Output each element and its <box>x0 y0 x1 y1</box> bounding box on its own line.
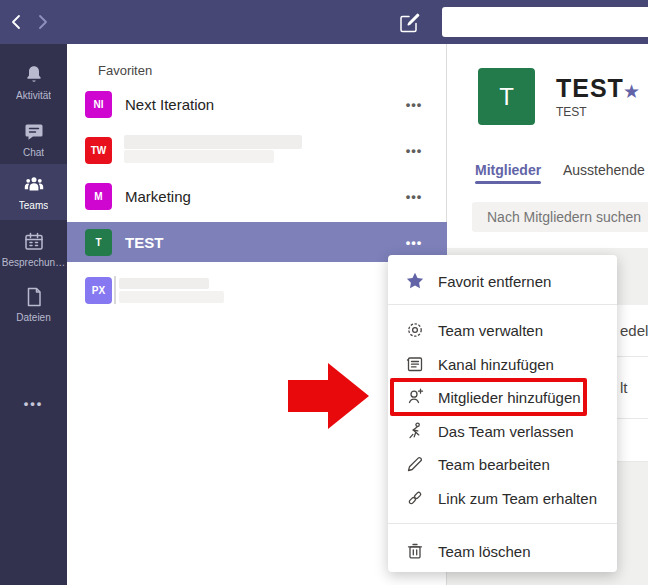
favorites-header: Favoriten <box>98 63 152 78</box>
sidebar-item-meetings[interactable]: Besprechun… <box>0 222 67 276</box>
menu-item-label: Link zum Team erhalten <box>438 490 597 507</box>
link-icon <box>405 488 425 508</box>
back-icon[interactable] <box>8 13 26 31</box>
redacted-team-name <box>119 278 209 289</box>
menu-item-get-link[interactable]: Link zum Team erhalten <box>388 481 617 515</box>
menu-item-label: Team löschen <box>438 543 531 560</box>
sidebar-item-label: Teams <box>19 200 48 211</box>
team-row-marketing[interactable]: M Marketing ••• <box>67 176 447 216</box>
menu-item-label: Favorit entfernen <box>438 273 551 290</box>
member-name-fragment: edel <box>620 322 648 339</box>
redacted-team-name <box>114 276 116 304</box>
team-name: Marketing <box>125 188 191 205</box>
sidebar-item-files[interactable]: Dateien <box>0 276 67 332</box>
channel-icon <box>405 354 425 374</box>
sidebar-item-label: Chat <box>23 147 44 158</box>
person-add-icon <box>405 387 425 407</box>
team-options-button[interactable]: ••• <box>400 235 428 250</box>
sidebar-item-label: Dateien <box>16 312 50 323</box>
tab-members[interactable]: Mitglieder <box>475 162 541 178</box>
team-options-button[interactable]: ••• <box>400 143 428 158</box>
team-context-menu: Favorit entfernen Team verwalten Kanal h… <box>388 255 617 572</box>
forward-icon[interactable] <box>33 13 51 31</box>
redacted-team-name <box>119 291 224 303</box>
team-subtitle: TEST <box>556 105 587 119</box>
sidebar-item-teams[interactable]: Teams <box>0 164 67 220</box>
team-avatar: NI <box>85 91 112 118</box>
team-avatar: TW <box>85 137 112 164</box>
member-name-fragment: lt <box>620 379 628 396</box>
sidebar-item-label: Besprechun… <box>2 257 65 268</box>
app-rail: Aktivität Chat Teams Besprechun… <box>0 44 67 585</box>
team-avatar: T <box>85 229 112 256</box>
tab-pending[interactable]: Ausstehende <box>563 162 645 178</box>
menu-item-remove-favorite[interactable]: Favorit entfernen <box>388 264 617 298</box>
member-search-input[interactable] <box>472 202 648 232</box>
tab-active-underline <box>475 181 541 184</box>
search-input[interactable] <box>442 7 648 37</box>
trash-icon <box>405 541 425 561</box>
menu-divider <box>388 523 617 524</box>
menu-item-add-members[interactable]: Mitglieder hinzufügen <box>388 380 617 414</box>
menu-item-manage-team[interactable]: Team verwalten <box>388 313 617 347</box>
menu-divider <box>388 304 617 305</box>
menu-item-label: Team verwalten <box>438 322 543 339</box>
chat-icon <box>22 120 46 144</box>
team-hero-avatar: T <box>478 68 535 125</box>
team-name: TEST <box>125 234 163 251</box>
bell-icon <box>22 63 46 87</box>
page-title: TEST <box>556 74 624 103</box>
sidebar-item-chat[interactable]: Chat <box>0 112 67 166</box>
pencil-icon <box>405 454 425 474</box>
menu-item-label: Mitglieder hinzufügen <box>438 389 581 406</box>
menu-item-delete-team[interactable]: Team löschen <box>388 534 617 568</box>
team-avatar: M <box>85 183 112 210</box>
team-name: Next Iteration <box>125 96 214 113</box>
sidebar-item-label: Aktivität <box>16 90 51 101</box>
menu-item-add-channel[interactable]: Kanal hinzufügen <box>388 347 617 381</box>
favorite-star-icon[interactable]: ★ <box>623 80 640 103</box>
redacted-team-name <box>124 135 302 149</box>
leave-team-icon <box>405 421 425 441</box>
new-chat-icon[interactable] <box>398 11 421 34</box>
team-row-redacted-1[interactable]: TW ••• <box>67 130 447 170</box>
menu-item-leave-team[interactable]: Das Team verlassen <box>388 414 617 448</box>
calendar-icon <box>22 230 46 254</box>
rail-more-button[interactable]: ••• <box>0 396 67 411</box>
star-filled-icon <box>405 271 425 291</box>
menu-item-label: Das Team verlassen <box>438 423 574 440</box>
menu-item-label: Kanal hinzufügen <box>438 356 554 373</box>
team-options-button[interactable]: ••• <box>400 97 428 112</box>
team-row-next-iteration[interactable]: NI Next Iteration ••• <box>67 84 447 124</box>
team-options-button[interactable]: ••• <box>400 189 428 204</box>
sidebar-item-activity[interactable]: Aktivität <box>0 54 67 110</box>
menu-item-label: Team bearbeiten <box>438 456 550 473</box>
app-top-bar <box>0 0 648 44</box>
gear-icon <box>405 320 425 340</box>
teams-people-icon <box>22 173 46 197</box>
file-icon <box>22 285 46 309</box>
menu-item-edit-team[interactable]: Team bearbeiten <box>388 447 617 481</box>
redacted-team-name <box>124 150 274 163</box>
team-avatar: PX <box>85 277 112 304</box>
